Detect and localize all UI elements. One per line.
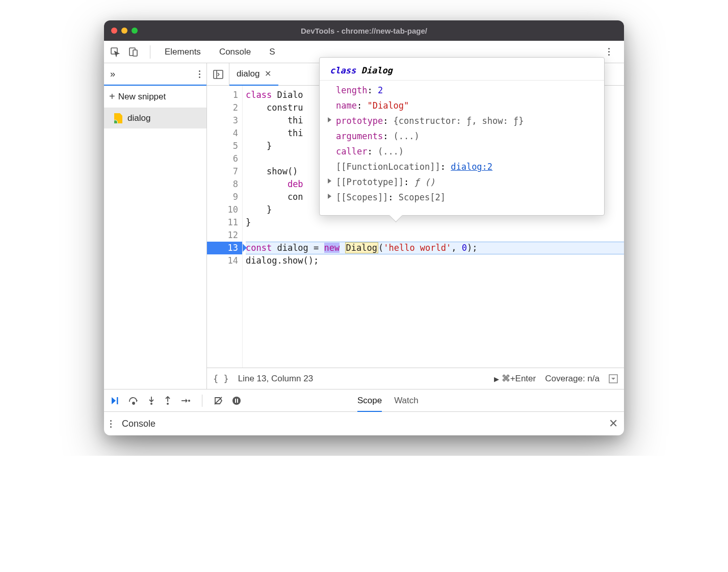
step-button[interactable]: [180, 397, 191, 404]
settings-menu-button[interactable]: [602, 45, 616, 59]
play-icon: ▶: [494, 375, 499, 383]
svg-rect-3: [214, 70, 223, 79]
line-gutter: 1234 5678 9101112 13 14: [207, 86, 243, 368]
object-preview-popup: class Dialog length: 2name: "Dialog"prot…: [319, 57, 605, 216]
expand-icon[interactable]: [328, 178, 334, 184]
hovered-token-dialog[interactable]: Dialog: [345, 242, 378, 253]
snippet-item-label: dialog: [127, 113, 150, 123]
tab-watch[interactable]: Watch: [394, 396, 419, 406]
property-key: arguments: [336, 131, 383, 141]
popup-property-row[interactable]: arguments: (...): [336, 128, 594, 144]
resume-button[interactable]: [110, 396, 119, 405]
snippet-file-icon: [114, 113, 122, 123]
expand-panes-icon[interactable]: »: [110, 69, 115, 80]
popup-property-row[interactable]: caller: (...): [336, 144, 594, 159]
property-key: [[Scopes]]: [336, 192, 388, 202]
property-key: length: [336, 85, 367, 95]
debugger-toolbar: Scope Watch: [104, 389, 624, 412]
new-snippet-label: New snippet: [118, 92, 166, 102]
device-toolbar-icon[interactable]: [126, 45, 141, 59]
pause-on-exceptions-button[interactable]: [232, 396, 241, 405]
popup-property-row[interactable]: [[FunctionLocation]]: dialog:2: [336, 159, 594, 174]
property-key: caller: [336, 146, 367, 157]
sidebar-more-menu[interactable]: [199, 70, 200, 78]
breakpoint-line-13[interactable]: 13: [207, 242, 242, 254]
execution-line[interactable]: const dialog = new Dialog('hello world',…: [246, 242, 624, 254]
snippets-sidebar: » + New snippet dialog: [104, 63, 207, 389]
svg-point-9: [188, 400, 190, 402]
popup-property-row[interactable]: length: 2: [336, 83, 594, 98]
expand-icon[interactable]: [328, 117, 334, 122]
editor-status-bar: { } Line 13, Column 23 ▶ ⌘+Enter Coverag…: [207, 368, 624, 389]
pretty-print-button[interactable]: { }: [213, 374, 229, 384]
coverage-label: Coverage: n/a: [545, 374, 600, 384]
svg-point-7: [150, 403, 152, 405]
plus-icon: +: [109, 91, 115, 102]
property-value[interactable]: dialog:2: [451, 162, 492, 172]
property-value: ƒ (): [414, 177, 435, 187]
expand-icon[interactable]: [328, 194, 334, 199]
inspect-element-icon[interactable]: [108, 45, 122, 59]
property-key: [[Prototype]]: [336, 177, 404, 187]
svg-rect-12: [237, 399, 238, 403]
property-value: Scopes[2]: [399, 192, 446, 202]
property-key: [[FunctionLocation]]: [336, 162, 440, 172]
sidebar-header: »: [104, 63, 206, 86]
property-key: prototype: [336, 116, 383, 126]
popup-header: class Dialog: [320, 60, 604, 81]
svg-point-6: [133, 402, 135, 404]
editor-overflow-icon[interactable]: [609, 374, 618, 383]
property-value: (...): [378, 146, 404, 157]
property-value: (...): [394, 131, 420, 141]
cursor-position: Line 13, Column 23: [238, 374, 313, 384]
property-value: {constructor: ƒ, show: ƒ}: [394, 116, 524, 126]
property-key: name: [336, 100, 357, 111]
svg-rect-5: [117, 397, 118, 404]
svg-point-8: [167, 403, 169, 405]
run-snippet-button[interactable]: ▶ ⌘+Enter: [494, 373, 536, 384]
step-out-button[interactable]: [164, 396, 171, 405]
snippet-item-dialog[interactable]: dialog: [104, 108, 206, 128]
toggle-navigator-icon[interactable]: [207, 63, 229, 86]
debugger-separator: [202, 395, 202, 407]
step-into-button[interactable]: [148, 396, 155, 405]
editor-tab-label: dialog: [237, 69, 259, 79]
close-tab-icon[interactable]: ✕: [265, 69, 271, 79]
deactivate-breakpoints-button[interactable]: [214, 396, 223, 405]
window-title: DevTools - chrome://new-tab-page/: [104, 27, 624, 35]
tab-elements[interactable]: Elements: [155, 41, 210, 63]
property-value: 2: [378, 85, 383, 95]
svg-rect-2: [133, 50, 137, 56]
popup-property-row[interactable]: prototype: {constructor: ƒ, show: ƒ}: [336, 113, 594, 128]
console-drawer-label[interactable]: Console: [122, 419, 155, 429]
console-drawer: Console ✕: [104, 412, 624, 435]
popup-body[interactable]: length: 2name: "Dialog"prototype: {const…: [320, 81, 604, 205]
editor-tab-dialog[interactable]: dialog ✕: [229, 63, 278, 86]
popup-property-row[interactable]: [[Scopes]]: Scopes[2]: [336, 190, 594, 205]
tab-sources-partial[interactable]: S: [260, 41, 284, 63]
tab-scope[interactable]: Scope: [357, 396, 382, 412]
svg-rect-11: [235, 399, 236, 403]
debugger-sidepanel-tabs: Scope Watch: [357, 396, 419, 406]
tab-console[interactable]: Console: [210, 41, 260, 63]
toolbar-separator: [150, 45, 150, 59]
property-value: "Dialog": [367, 100, 409, 111]
step-over-button[interactable]: [128, 397, 139, 405]
svg-point-10: [232, 397, 241, 405]
close-drawer-icon[interactable]: ✕: [609, 417, 618, 430]
devtools-window: DevTools - chrome://new-tab-page/ Elemen…: [104, 20, 624, 435]
popup-property-row[interactable]: [[Prototype]]: ƒ (): [336, 174, 594, 190]
window-titlebar: DevTools - chrome://new-tab-page/: [104, 20, 624, 41]
popup-property-row[interactable]: name: "Dialog": [336, 98, 594, 113]
console-more-menu[interactable]: [110, 420, 112, 428]
new-snippet-button[interactable]: + New snippet: [104, 86, 206, 108]
